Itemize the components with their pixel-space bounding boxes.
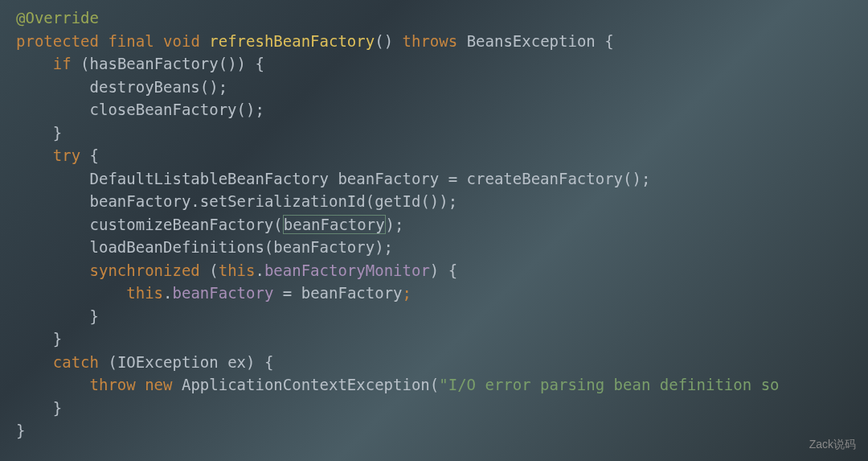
parens: (); [237,101,264,118]
code-line: synchronized (this.beanFactoryMonitor) { [16,259,868,282]
parens: (); [200,78,227,96]
method-call: closeBeanFactory [90,101,237,118]
keyword-this: this [126,284,163,302]
code-line: DefaultListableBeanFactory beanFactory =… [16,167,868,191]
code-line: customizeBeanFactory(beanFactory); [16,213,868,237]
paren: ( [430,376,439,393]
method-name: refreshBeanFactory [209,32,375,50]
keyword-void: void [163,32,200,50]
paren: ( [366,192,375,210]
keyword-throws: throws [403,32,458,50]
code-line: catch (IOException ex) { [16,351,868,374]
keyword-new: new [145,376,172,393]
type-name: DefaultListableBeanFactory [90,170,329,187]
dot: . [163,284,172,302]
brace: { [448,261,457,279]
parens: ); [386,216,404,233]
dot: . [255,261,264,279]
code-line: if (hasBeanFactory()) { [16,52,868,76]
method-call: loadBeanDefinitions [90,238,264,256]
parens: ); [375,238,393,256]
watermark: Zack说码 [809,436,856,453]
keyword-synchronized: synchronized [90,261,200,279]
brace: } [53,124,62,142]
paren: ( [209,261,218,279]
brace: } [16,422,25,439]
method-call: hasBeanFactory [90,55,219,72]
code-line: throw new ApplicationContextException("I… [16,373,868,397]
dot: . [190,192,199,210]
variable: beanFactory [338,170,439,187]
method-call: getId [375,192,420,210]
field-name: beanFactory [173,284,274,302]
keyword-try: try [53,146,80,164]
keyword-if: if [53,55,72,72]
method-call: customizeBeanFactory [90,216,274,233]
keyword-catch: catch [53,353,99,371]
brace: } [90,307,99,325]
exception-type: BeansException [467,32,596,50]
variable: ex [227,353,246,371]
variable: beanFactory [90,192,191,210]
paren: ( [264,238,273,256]
code-line: @Override [16,6,868,30]
argument: beanFactory [273,238,375,256]
keyword-this: this [219,261,256,279]
code-line: } [16,121,868,145]
equals: = [283,284,292,302]
brace: { [256,55,264,72]
brace: { [90,146,99,164]
paren: ( [80,55,89,72]
method-call: destroyBeans [90,78,200,96]
field-name: beanFactoryMonitor [264,261,430,279]
parens: () [375,32,393,50]
code-line: closeBeanFactory(); [16,98,868,121]
code-line: loadBeanDefinitions(beanFactory); [16,236,868,259]
paren: ( [108,353,117,371]
parens: (); [623,170,650,187]
method-call: setSerializationId [200,192,366,210]
annotation: @Override [16,9,99,27]
code-line: } [16,327,868,351]
code-line: } [16,419,868,442]
cursor-selection: beanFactory [283,215,386,234]
argument: beanFactory [284,216,385,233]
string-literal: "I/O error parsing bean definition so [439,376,779,393]
paren: ( [273,216,282,233]
code-line: try { [16,144,868,167]
code-line: } [16,397,868,420]
code-line: beanFactory.setSerializationId(getId()); [16,190,868,213]
semicolon: ; [403,284,411,302]
code-line: destroyBeans(); [16,76,868,99]
code-line: } [16,305,868,328]
variable: beanFactory [301,284,403,302]
equals: = [448,170,457,187]
method-call: createBeanFactory [467,170,623,187]
code-line: protected final void refreshBeanFactory(… [16,30,868,53]
keyword-final: final [108,32,154,50]
type-name: IOException [117,353,219,371]
brace: { [264,353,273,371]
parens: ()) [219,55,246,72]
parens: ()); [420,192,457,210]
paren: ) [246,353,255,371]
brace: { [604,32,613,50]
brace: } [53,399,62,417]
paren: ) [430,261,439,279]
code-editor[interactable]: @Override protected final void refreshBe… [16,6,868,442]
keyword-throw: throw [90,376,136,393]
type-name: ApplicationContextException [182,376,430,393]
brace: } [53,330,62,348]
code-line: this.beanFactory = beanFactory; [16,282,868,305]
keyword-protected: protected [16,32,99,50]
